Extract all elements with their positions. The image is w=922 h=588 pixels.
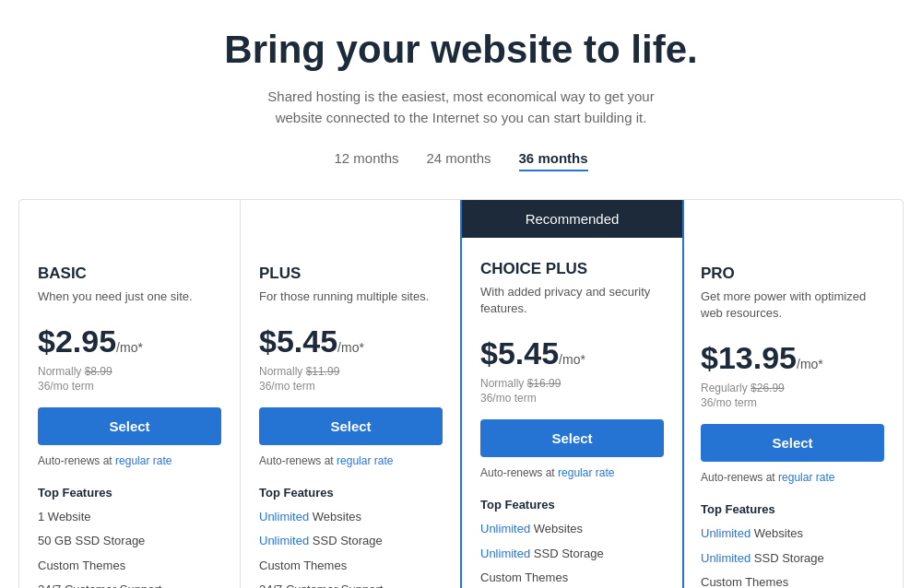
plan-choice-plus-feature-1: Unlimited Websites xyxy=(480,521,664,537)
plan-pro-autorenew-link[interactable]: regular rate xyxy=(778,471,834,484)
select-choice-plus-button[interactable]: Select xyxy=(480,419,664,457)
plan-plus-term: 36/mo term xyxy=(259,380,443,393)
plan-plus-normally-price: $11.99 xyxy=(306,365,340,378)
plan-pro-body: PRO Get more power with optimized web re… xyxy=(682,242,903,588)
plan-basic-feature-2: 50 GB SSD Storage xyxy=(38,533,221,549)
plan-pro-feature-2: Unlimited SSD Storage xyxy=(701,550,884,567)
plan-plus-body: PLUS For those running multiple sites. $… xyxy=(241,242,461,588)
hero-subtitle: Shared hosting is the easiest, most econ… xyxy=(258,87,664,128)
spacer-pro xyxy=(682,200,903,242)
plan-pro-tagline: Get more power with optimized web resour… xyxy=(701,288,884,322)
plan-plus-autorenew-link[interactable]: regular rate xyxy=(337,454,393,467)
plan-pro-price: $13.95 xyxy=(701,340,797,375)
plan-basic-price-row: $2.95/mo* xyxy=(38,323,221,359)
plan-choice-plus-autorenew-link[interactable]: regular rate xyxy=(558,466,614,479)
plan-pro-feature-3: Custom Themes xyxy=(701,574,884,588)
plan-choice-plus-autorenew: Auto-renews at regular rate xyxy=(480,466,664,479)
recommended-badge: Recommended xyxy=(462,200,682,238)
plan-pro-normally-price: $26.99 xyxy=(751,382,785,394)
plan-choice-plus-feature-1-highlight: Unlimited xyxy=(480,522,530,535)
plan-plus-name: PLUS xyxy=(259,265,443,283)
tab-24-months[interactable]: 24 months xyxy=(426,150,491,171)
plan-plus-feature-4: 24/7 Customer Support xyxy=(259,582,443,588)
plan-choice-plus-price-unit: /mo* xyxy=(559,352,585,367)
plan-choice-plus-feature-2-highlight: Unlimited xyxy=(480,547,530,560)
plan-plus-price-unit: /mo* xyxy=(337,340,364,355)
plan-basic-name: BASIC xyxy=(38,265,221,283)
plan-pro-name: PRO xyxy=(701,265,884,283)
plan-basic-term: 36/mo term xyxy=(38,380,221,393)
plan-basic-price: $2.95 xyxy=(38,323,116,359)
plan-plus-normally: Normally $11.99 xyxy=(259,365,443,378)
plan-basic-feature-3: Custom Themes xyxy=(38,558,221,574)
select-basic-button[interactable]: Select xyxy=(38,407,221,445)
plan-choice-plus-normally-price: $16.99 xyxy=(527,377,561,390)
plan-pro-feature-1: Unlimited Websites xyxy=(701,525,884,542)
plan-choice-plus-name: CHOICE PLUS xyxy=(480,260,664,278)
plan-plus-feature-2-highlight: Unlimited xyxy=(259,534,309,547)
plan-pro-feature-2-highlight: Unlimited xyxy=(701,551,751,565)
plan-basic-body: BASIC When you need just one site. $2.95… xyxy=(19,242,240,588)
plan-pro-price-unit: /mo* xyxy=(797,357,823,371)
plan-choice-plus-feature-3: Custom Themes xyxy=(480,570,664,586)
plan-basic-normally: Normally $8.99 xyxy=(38,365,221,378)
plan-plus: PLUS For those running multiple sites. $… xyxy=(241,200,462,588)
plan-basic-feature-1: 1 Website xyxy=(38,509,221,525)
plan-choice-plus-feature-2: Unlimited SSD Storage xyxy=(480,546,664,562)
hero-title: Bring your website to life. xyxy=(18,28,904,72)
plan-choice-plus-tagline: With added privacy and security features… xyxy=(480,284,664,317)
plan-choice-plus-price: $5.45 xyxy=(480,335,559,370)
plan-pro: PRO Get more power with optimized web re… xyxy=(682,200,903,588)
plan-pro-feature-1-highlight: Unlimited xyxy=(701,526,751,540)
plan-basic-normally-price: $8.99 xyxy=(85,365,112,378)
plan-pro-autorenew: Auto-renews at regular rate xyxy=(701,471,884,484)
select-pro-button[interactable]: Select xyxy=(701,424,884,462)
plan-plus-feature-1: Unlimited Websites xyxy=(259,509,443,525)
tab-12-months[interactable]: 12 months xyxy=(334,150,398,171)
plan-pro-term: 36/mo term xyxy=(701,396,884,409)
hero-section: Bring your website to life. Shared hosti… xyxy=(18,28,904,128)
plan-basic-price-unit: /mo* xyxy=(116,340,143,355)
plan-choice-plus-body: CHOICE PLUS With added privacy and secur… xyxy=(462,238,682,588)
plan-plus-autorenew: Auto-renews at regular rate xyxy=(259,454,443,467)
spacer-basic xyxy=(19,200,240,242)
plan-basic-autorenew: Auto-renews at regular rate xyxy=(38,454,221,467)
select-plus-button[interactable]: Select xyxy=(259,407,443,445)
plan-pro-normally: Regularly $26.99 xyxy=(701,382,884,394)
plan-basic-feature-4: 24/7 Customer Support xyxy=(38,582,221,588)
plan-choice-plus-normally: Normally $16.99 xyxy=(480,377,664,390)
spacer-plus xyxy=(241,200,461,242)
plan-basic-tagline: When you need just one site. xyxy=(38,288,221,305)
plan-basic-autorenew-link[interactable]: regular rate xyxy=(115,454,171,467)
plan-choice-plus: Recommended CHOICE PLUS With added priva… xyxy=(462,200,682,588)
plan-plus-feature-3: Custom Themes xyxy=(259,558,443,574)
plan-choice-plus-features-title: Top Features xyxy=(480,498,664,512)
plan-pro-features-title: Top Features xyxy=(701,502,884,516)
plan-choice-plus-term: 36/mo term xyxy=(480,392,664,405)
plan-plus-features-title: Top Features xyxy=(259,486,443,500)
plan-plus-feature-1-highlight: Unlimited xyxy=(259,510,309,523)
plan-basic-features-title: Top Features xyxy=(38,486,221,500)
plans-container: BASIC When you need just one site. $2.95… xyxy=(18,199,904,588)
tab-36-months[interactable]: 36 months xyxy=(519,150,588,171)
plan-choice-plus-price-row: $5.45/mo* xyxy=(480,335,664,371)
plan-pro-price-row: $13.95/mo* xyxy=(701,340,884,376)
plan-plus-price: $5.45 xyxy=(259,323,337,359)
plan-plus-feature-2: Unlimited SSD Storage xyxy=(259,533,443,549)
billing-tabs: 12 months 24 months 36 months xyxy=(18,150,904,171)
plan-plus-price-row: $5.45/mo* xyxy=(259,323,443,359)
plan-plus-tagline: For those running multiple sites. xyxy=(259,288,443,305)
plan-basic: BASIC When you need just one site. $2.95… xyxy=(19,200,241,588)
